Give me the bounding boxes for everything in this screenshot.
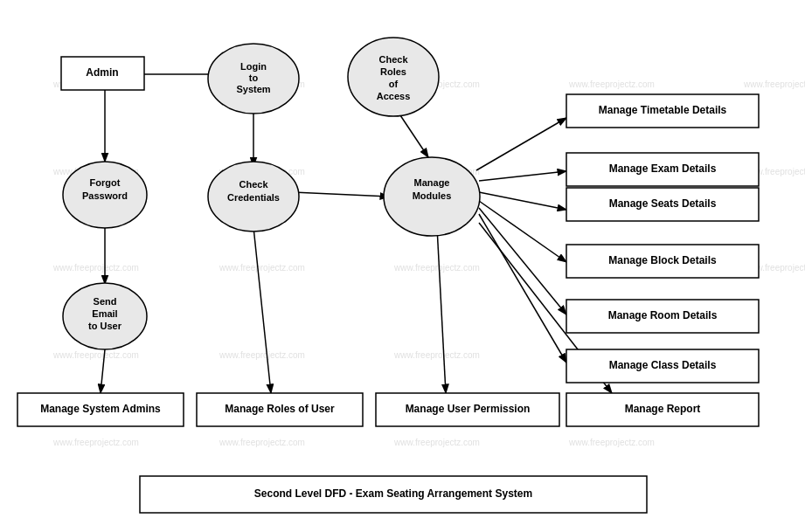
check-roles-circle [348, 38, 439, 116]
send-email-label-1: Send [94, 296, 117, 307]
manage-modules-label-2: Modules [413, 190, 452, 201]
send-email-label-3: to User [88, 321, 122, 331]
svg-text:www.freeprojectz.com: www.freeprojectz.com [568, 79, 655, 89]
svg-text:www.freeprojectz.com: www.freeprojectz.com [393, 350, 480, 360]
forgot-label-2: Password [82, 190, 128, 201]
diagram-container: www.freeprojectz.com www.freeprojectz.co… [0, 0, 805, 532]
forgot-label-1: Forgot [90, 177, 121, 188]
svg-text:www.freeprojectz.com: www.freeprojectz.com [52, 438, 139, 447]
admin-label: Admin [86, 66, 118, 79]
svg-line-34 [479, 171, 566, 181]
svg-text:www.freeprojectz.com: www.freeprojectz.com [219, 350, 305, 360]
manage-block-label: Manage Block Details [608, 254, 717, 266]
svg-line-32 [437, 227, 446, 393]
manage-timetable-label: Manage Timetable Details [599, 104, 727, 116]
manage-user-perm-label: Manage User Permission [406, 403, 531, 415]
dfd-diagram: www.freeprojectz.com www.freeprojectz.co… [0, 0, 805, 532]
title-label: Second Level DFD - Exam Seating Arrangem… [254, 487, 532, 500]
manage-exam-label: Manage Exam Details [609, 162, 717, 175]
manage-seats-label: Manage Seats Details [609, 197, 717, 210]
check-roles-label-1: Check [378, 54, 408, 65]
check-roles-label-4: Access [377, 91, 411, 101]
svg-text:www.freeprojectz.com: www.freeprojectz.com [52, 263, 139, 273]
svg-line-38 [479, 214, 566, 363]
login-label-3: System [236, 84, 270, 94]
svg-line-37 [479, 208, 566, 314]
send-email-label-2: Email [92, 308, 117, 319]
svg-text:www.freeprojectz.com: www.freeprojectz.com [393, 263, 480, 273]
svg-line-33 [476, 118, 566, 170]
svg-text:www.freeprojectz.com: www.freeprojectz.com [743, 79, 805, 89]
svg-text:www.freeprojectz.com: www.freeprojectz.com [52, 350, 139, 360]
manage-sys-admins-label: Manage System Admins [40, 403, 161, 415]
svg-text:www.freeprojectz.com: www.freeprojectz.com [393, 438, 480, 447]
manage-class-label: Manage Class Details [609, 359, 717, 371]
svg-line-31 [253, 227, 271, 393]
manage-modules-label-1: Manage [414, 177, 450, 188]
svg-line-36 [479, 201, 566, 262]
login-label-1: Login [240, 61, 267, 72]
login-label-2: to [249, 73, 259, 83]
manage-report-label: Manage Report [625, 403, 701, 415]
manage-room-label: Manage Room Details [608, 309, 718, 321]
svg-text:www.freeprojectz.com: www.freeprojectz.com [568, 438, 655, 447]
svg-text:www.freeprojectz.com: www.freeprojectz.com [219, 438, 305, 447]
manage-roles-label: Manage Roles of User [225, 403, 335, 415]
svg-line-28 [293, 192, 389, 197]
check-cred-label-2: Credentials [227, 192, 280, 203]
check-cred-label-1: Check [239, 179, 268, 190]
svg-text:www.freeprojectz.com: www.freeprojectz.com [219, 263, 305, 273]
check-roles-label-2: Roles [380, 66, 406, 77]
svg-line-35 [479, 192, 566, 210]
check-roles-label-3: of [389, 79, 399, 89]
